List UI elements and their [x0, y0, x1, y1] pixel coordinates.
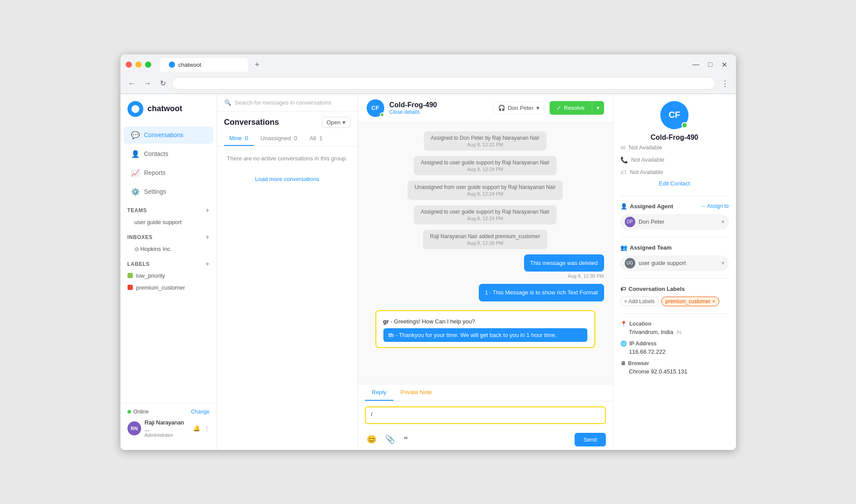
canned-response-1[interactable]: gr - Greetings! How Can I help you? — [383, 316, 587, 326]
chat-contact-name: Cold-Frog-490 — [390, 101, 437, 109]
labels-add-button[interactable]: + — [205, 260, 209, 268]
send-button[interactable]: Send — [575, 433, 605, 446]
user-menu-button[interactable]: 🔔 — [193, 425, 200, 431]
browser-title: 🖥 Browser — [620, 360, 729, 366]
reply-area: Reply Private Note / 😊 📎 ❝ Send — [358, 384, 613, 450]
assigned-agent-header: 👤 Assigned Agent → Assign to — [620, 203, 729, 210]
premium-customer-dot — [127, 285, 133, 290]
reply-text-input[interactable]: / — [365, 406, 606, 424]
reload-button[interactable]: ↻ — [157, 77, 168, 89]
new-tab-button[interactable]: + — [251, 58, 263, 71]
tag-icon: 🏷 — [620, 169, 627, 176]
close-details-link[interactable]: Close details — [390, 109, 437, 115]
messages-area: Assigned to Don Peter by Raji Narayanan … — [358, 123, 613, 384]
browser-max-btn[interactable] — [145, 62, 151, 68]
inboxes-title: Inboxes — [127, 234, 153, 240]
agent-selector[interactable]: 🎧 Don Peter ▾ — [493, 102, 544, 114]
resolve-dropdown-button[interactable]: ▾ — [592, 101, 604, 115]
location-title: 📍 Location — [620, 321, 729, 327]
sidebar-label-low-priority[interactable]: low_priority — [120, 270, 217, 282]
online-indicator — [127, 410, 131, 413]
country-flag: IN — [677, 330, 681, 335]
logo-icon — [127, 101, 143, 117]
labels-title: Labels — [127, 261, 150, 267]
conversations-header: Conversations Open ▾ — [217, 112, 357, 131]
canned-response-2[interactable]: th - Thankyou for your time. We will get… — [383, 328, 587, 342]
assigned-team-chip[interactable]: UG user guide support ▾ — [620, 255, 729, 271]
address-bar[interactable] — [172, 77, 716, 90]
team-chip-avatar: UG — [625, 258, 635, 268]
tab-mine[interactable]: Mine 0 — [224, 131, 254, 146]
sidebar-item-reports[interactable]: 📈 Reports — [124, 164, 213, 181]
system-message-1: Assigned to Don Peter by Raji Narayanan … — [424, 131, 546, 151]
change-status-link[interactable]: Change — [191, 409, 209, 415]
ip-icon: 🌐 — [620, 341, 627, 347]
search-bar[interactable]: 🔍 Search for messages in conversations — [217, 94, 357, 112]
teams-add-button[interactable]: + — [205, 207, 209, 214]
teams-title: Teams — [127, 207, 147, 214]
system-message-4: Assigned to user guide support by Raji N… — [414, 205, 557, 225]
contacts-icon: 👤 — [131, 150, 140, 158]
browser-close-btn[interactable] — [126, 62, 132, 68]
window-maximize[interactable]: □ — [708, 61, 713, 69]
window-minimize[interactable]: — — [692, 61, 699, 69]
conv-labels-header: 🏷 Conversation Labels — [620, 286, 729, 292]
browser-tab[interactable]: chatwoot — [160, 58, 248, 72]
browser-menu-button[interactable]: ⋮ — [719, 77, 731, 90]
team-chip-name: user guide support — [639, 260, 686, 266]
sent-message-2: 1 · This Message is to show rich Text Fo… — [479, 284, 604, 301]
reply-tab[interactable]: Reply — [365, 384, 393, 401]
add-labels-button[interactable]: + Add Labels — [620, 297, 659, 306]
browser-section: 🖥 Browser Chrome 92.0.4515.131 — [620, 360, 729, 375]
reports-icon: 📈 — [131, 169, 140, 177]
search-placeholder: Search for messages in conversations — [235, 99, 331, 106]
premium-customer-chip[interactable]: premium_customer × — [661, 297, 719, 306]
tab-unassigned[interactable]: Unassigned 0 — [255, 131, 303, 146]
forward-button[interactable]: → — [142, 78, 154, 89]
system-message-3: Unassigned from user guide support by Ra… — [408, 181, 563, 200]
window-close[interactable]: ✕ — [721, 61, 727, 69]
filter-label: Open — [327, 119, 341, 126]
reply-input-area: / — [358, 401, 613, 429]
location-value: Trivandrum, India IN — [620, 329, 729, 335]
checkmark-icon: ✓ — [557, 105, 561, 111]
sidebar-item-conversations[interactable]: 💬 Conversations — [124, 127, 213, 144]
contact-big-name: Cold-Frog-490 — [620, 134, 729, 141]
back-button[interactable]: ← — [126, 78, 138, 89]
browser-value: Chrome 92.0.4515.131 — [620, 368, 729, 375]
chat-actions: 🎧 Don Peter ▾ ✓ Resolve ▾ — [493, 101, 604, 115]
assigned-agent-chip[interactable]: DP Don Peter ▾ — [620, 214, 729, 230]
inboxes-add-button[interactable]: + — [205, 233, 209, 241]
browser-min-btn[interactable] — [135, 62, 142, 68]
sidebar-team-user-guide[interactable]: user guide support — [120, 216, 217, 228]
tab-all[interactable]: All 1 — [304, 131, 328, 146]
ip-title: 🌐 IP Address — [620, 341, 729, 347]
sidebar-label-premium-customer[interactable]: premium_customer — [120, 282, 217, 294]
canned-responses-panel: gr - Greetings! How Can I help you? th -… — [375, 310, 595, 348]
contacts-label: Contacts — [144, 150, 168, 157]
sidebar-inbox-hopkins[interactable]: ⊙ Hopkins Inc. — [120, 243, 217, 255]
load-more-button[interactable]: Load more conversations — [217, 170, 357, 188]
assigned-team-header: 👥 Assigned Team — [620, 244, 729, 251]
logo-text: chatwoot — [148, 104, 182, 113]
edit-contact-link[interactable]: Edit Contact — [620, 178, 729, 189]
emoji-button[interactable]: 😊 — [365, 433, 378, 446]
filter-button[interactable]: Open ▾ — [322, 117, 350, 128]
quote-button[interactable]: ❝ — [402, 433, 410, 446]
private-note-tab[interactable]: Private Note — [393, 384, 439, 401]
chat-contact-info: CF Cold-Frog-490 Close details — [367, 99, 437, 117]
assign-to-link[interactable]: → Assign to — [700, 203, 729, 209]
headphone-icon: 🎧 — [498, 105, 505, 111]
status-label: Online — [134, 409, 149, 415]
resolve-button[interactable]: ✓ Resolve — [550, 101, 592, 115]
attachment-button[interactable]: 📎 — [383, 433, 397, 446]
sidebar-item-contacts[interactable]: 👤 Contacts — [124, 145, 213, 163]
remove-label-icon[interactable]: × — [712, 298, 715, 305]
resolve-button-group: ✓ Resolve ▾ — [550, 101, 604, 115]
phone-icon: 📞 — [620, 156, 628, 163]
agent-section-icon: 👤 — [620, 203, 627, 210]
user-options-button[interactable]: ⋮ — [204, 425, 210, 431]
online-status: Online Change — [127, 409, 210, 415]
sidebar-item-settings[interactable]: ⚙️ Settings — [124, 183, 213, 200]
contact-email-row: ✉ Not Available — [620, 141, 729, 154]
